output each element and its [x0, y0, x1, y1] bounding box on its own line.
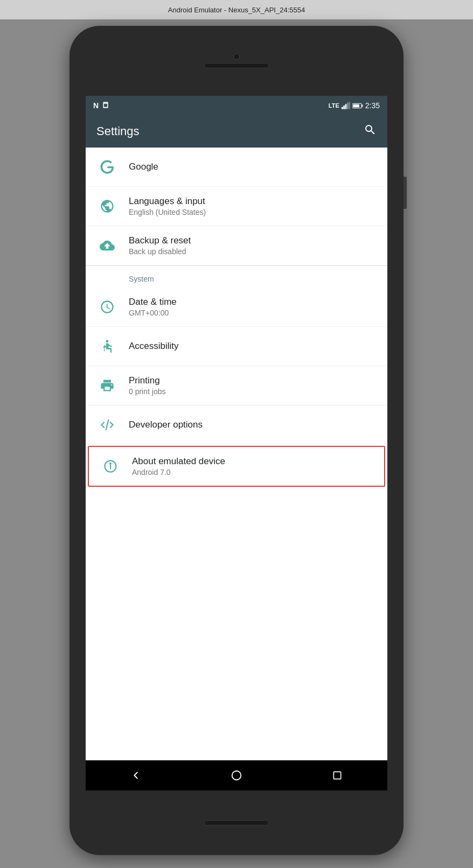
- developer-title: Developer options: [129, 419, 203, 430]
- settings-item-accessibility[interactable]: Accessibility: [86, 327, 387, 366]
- phone-device: N LTE: [69, 26, 404, 855]
- svg-rect-4: [345, 104, 346, 109]
- globe-icon: [96, 195, 118, 217]
- page-title: Settings: [96, 124, 140, 138]
- svg-rect-6: [349, 102, 350, 109]
- google-title: Google: [129, 162, 158, 172]
- status-left-icons: N: [93, 101, 109, 110]
- settings-item-google[interactable]: Google: [86, 148, 387, 187]
- svg-rect-15: [333, 772, 340, 779]
- settings-item-languages[interactable]: Languages & input English (United States…: [86, 187, 387, 226]
- accessibility-item-text: Accessibility: [129, 341, 179, 352]
- system-section-header: System: [86, 266, 387, 288]
- svg-rect-3: [343, 106, 345, 109]
- printing-subtitle: 0 print jobs: [129, 387, 165, 396]
- navigation-bar: [86, 760, 387, 790]
- print-icon: [96, 375, 118, 396]
- languages-title: Languages & input: [129, 196, 206, 207]
- search-icon: [364, 123, 377, 136]
- window-title: Android Emulator - Nexus_5X_API_24:5554: [168, 6, 305, 14]
- datetime-title: Date & time: [129, 297, 177, 307]
- settings-item-datetime[interactable]: Date & time GMT+00:00: [86, 288, 387, 327]
- languages-item-text: Languages & input English (United States…: [129, 196, 206, 216]
- sim-icon: [102, 101, 109, 110]
- phone-screen: N LTE: [86, 96, 387, 790]
- about-item-text: About emulated device Android 7.0: [132, 456, 225, 477]
- google-icon: [96, 156, 118, 178]
- backup-title: Backup & reset: [129, 235, 191, 246]
- svg-point-14: [232, 771, 241, 780]
- backup-icon: [96, 235, 118, 256]
- front-camera: [233, 53, 240, 60]
- status-bar: N LTE: [86, 96, 387, 115]
- svg-rect-1: [104, 103, 107, 107]
- backup-subtitle: Back up disabled: [129, 247, 191, 256]
- backup-item-text: Backup & reset Back up disabled: [129, 235, 191, 256]
- bottom-speaker: [204, 820, 269, 825]
- accessibility-icon: [96, 335, 118, 357]
- title-bar: Android Emulator - Nexus_5X_API_24:5554: [0, 0, 473, 19]
- recents-button[interactable]: [326, 765, 348, 786]
- top-bezel: [69, 26, 404, 96]
- signal-icon: [342, 102, 350, 109]
- recents-icon: [332, 770, 343, 781]
- back-button[interactable]: [125, 765, 147, 786]
- svg-rect-9: [353, 104, 359, 107]
- settings-item-printing[interactable]: Printing 0 print jobs: [86, 366, 387, 405]
- window-frame: Android Emulator - Nexus_5X_API_24:5554 …: [0, 0, 473, 868]
- developer-item-text: Developer options: [129, 419, 203, 430]
- settings-list: Google Languages & input English (United…: [86, 148, 387, 760]
- settings-item-backup[interactable]: Backup & reset Back up disabled: [86, 226, 387, 265]
- search-button[interactable]: [364, 123, 377, 139]
- volume-button: [404, 177, 407, 209]
- home-button[interactable]: [226, 765, 247, 786]
- time-display: 2:35: [365, 101, 380, 110]
- svg-point-10: [106, 340, 109, 342]
- printing-title: Printing: [129, 375, 165, 386]
- back-icon: [130, 769, 142, 781]
- battery-icon: [352, 102, 363, 109]
- printing-item-text: Printing 0 print jobs: [129, 375, 165, 396]
- svg-rect-8: [361, 104, 363, 107]
- speaker-grille: [204, 63, 269, 68]
- about-subtitle: Android 7.0: [132, 468, 225, 477]
- svg-rect-2: [342, 107, 343, 109]
- home-icon: [231, 769, 242, 781]
- svg-point-13: [110, 463, 111, 464]
- settings-item-developer[interactable]: Developer options: [86, 405, 387, 445]
- google-item-text: Google: [129, 162, 158, 172]
- datetime-subtitle: GMT+00:00: [129, 309, 177, 317]
- svg-rect-5: [347, 103, 349, 109]
- settings-item-about[interactable]: About emulated device Android 7.0: [88, 446, 385, 487]
- lte-label: LTE: [329, 102, 339, 109]
- clock-icon: [96, 296, 118, 318]
- info-icon: [100, 456, 121, 477]
- notification-icon: N: [93, 101, 99, 110]
- accessibility-title: Accessibility: [129, 341, 179, 352]
- datetime-item-text: Date & time GMT+00:00: [129, 297, 177, 317]
- app-bar: Settings: [86, 115, 387, 148]
- languages-subtitle: English (United States): [129, 208, 206, 216]
- about-title: About emulated device: [132, 456, 225, 467]
- bottom-bezel: [69, 790, 404, 855]
- status-right-icons: LTE 2:35: [329, 101, 380, 110]
- developer-icon: [96, 414, 118, 436]
